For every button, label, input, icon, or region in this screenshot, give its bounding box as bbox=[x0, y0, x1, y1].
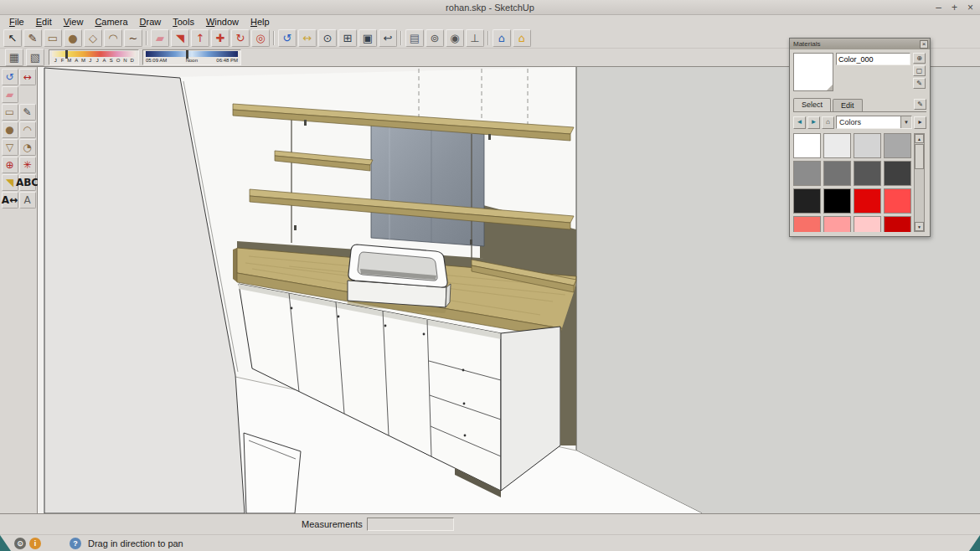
color-swatch-6[interactable] bbox=[854, 161, 881, 186]
dimension-tool[interactable]: A↔ bbox=[2, 192, 18, 209]
menu-tools[interactable]: Tools bbox=[167, 17, 200, 27]
zoom-extents-tool[interactable]: ▣ bbox=[358, 29, 377, 47]
move-tool[interactable]: ✚ bbox=[211, 29, 230, 47]
orbit-tool[interactable]: ↺ bbox=[278, 29, 297, 47]
color-swatch-11[interactable] bbox=[884, 188, 911, 214]
circle-tool[interactable]: ● bbox=[2, 121, 18, 138]
swatch-scrollbar[interactable]: ▲ ▼ bbox=[914, 133, 925, 232]
tape-measure-tool[interactable]: ⊕ bbox=[2, 157, 18, 173]
forward-button[interactable]: ► bbox=[807, 116, 820, 129]
resize-grip-right[interactable] bbox=[969, 535, 980, 551]
axes-tool[interactable]: ✳ bbox=[19, 157, 36, 173]
shadow-toggle-button[interactable]: ▧ bbox=[26, 49, 44, 66]
zoom-tool[interactable]: ⊙ bbox=[318, 29, 337, 47]
section-plane-tool[interactable]: ▤ bbox=[405, 29, 424, 47]
menu-window[interactable]: Window bbox=[200, 17, 245, 27]
collection-dropdown[interactable]: Colors ▼ bbox=[836, 116, 912, 129]
pan-tool[interactable]: ↔ bbox=[19, 69, 36, 85]
polygon-tool[interactable]: ▽ bbox=[2, 139, 18, 156]
menu-draw[interactable]: Draw bbox=[134, 17, 168, 27]
orbit-tool[interactable]: ↺ bbox=[2, 69, 18, 85]
month-slider-track[interactable] bbox=[52, 51, 136, 57]
create-material-button[interactable]: ⊕ bbox=[913, 53, 926, 64]
arc-tool[interactable]: ◠ bbox=[19, 121, 36, 138]
month-slider-thumb[interactable] bbox=[65, 50, 68, 59]
pan-tool[interactable]: ↔ bbox=[298, 29, 317, 47]
circle-tool[interactable]: ● bbox=[64, 29, 82, 47]
color-swatch-8[interactable] bbox=[793, 188, 821, 214]
pushpull-tool[interactable]: ↑ bbox=[191, 29, 209, 47]
close-button[interactable]: × bbox=[967, 3, 973, 13]
maximize-button[interactable]: + bbox=[952, 3, 957, 13]
eraser-tool[interactable]: ▰ bbox=[2, 86, 18, 103]
credits-icon[interactable]: i bbox=[29, 538, 41, 549]
eraser-tool[interactable]: ▰ bbox=[151, 29, 169, 47]
time-slider-thumb[interactable] bbox=[186, 50, 188, 59]
rotate-tool[interactable]: ↻ bbox=[231, 29, 250, 47]
help-icon[interactable]: ? bbox=[70, 538, 81, 549]
color-swatch-12[interactable] bbox=[793, 216, 821, 232]
scroll-up-button[interactable]: ▲ bbox=[915, 134, 924, 143]
menu-file[interactable]: File bbox=[3, 17, 30, 27]
get-models-button[interactable]: ⌂ bbox=[493, 29, 511, 47]
color-swatch-5[interactable] bbox=[823, 161, 851, 186]
line-tool[interactable]: ✎ bbox=[23, 29, 42, 47]
shadow-time-slider[interactable]: 05:09 AM Noon 06:48 PM bbox=[142, 49, 241, 65]
home-button[interactable]: ⌂ bbox=[822, 116, 834, 129]
shadow-month-slider[interactable]: JFMAMJJASOND bbox=[49, 49, 139, 65]
shadow-settings-button[interactable]: ▦ bbox=[5, 49, 23, 66]
polygon-tool[interactable]: ◇ bbox=[84, 29, 102, 47]
scroll-thumb[interactable] bbox=[915, 144, 924, 169]
color-swatch-7[interactable] bbox=[884, 161, 911, 186]
material-name-input[interactable] bbox=[836, 53, 910, 65]
materials-panel[interactable]: Materials × ⊕ ▢ ✎ SelectEdit ✎ ◄ bbox=[789, 38, 931, 237]
rectangle-tool[interactable]: ▭ bbox=[2, 104, 18, 121]
default-material-button[interactable]: ▢ bbox=[913, 65, 926, 76]
scroll-down-button[interactable]: ▼ bbox=[915, 222, 924, 231]
time-slider-track[interactable] bbox=[146, 51, 238, 57]
color-swatch-4[interactable] bbox=[793, 161, 821, 186]
line-tool[interactable]: ✎ bbox=[19, 104, 36, 121]
text-tool[interactable]: ABC bbox=[19, 174, 36, 191]
color-swatch-15[interactable] bbox=[884, 216, 911, 232]
color-swatch-9[interactable] bbox=[823, 188, 851, 214]
share-model-button[interactable]: ⌂ bbox=[513, 29, 531, 47]
offset-tool[interactable]: ◎ bbox=[251, 29, 270, 47]
previous-view-tool[interactable]: ↩ bbox=[379, 29, 397, 47]
freehand-tool[interactable]: ~ bbox=[124, 29, 142, 47]
color-swatch-14[interactable] bbox=[854, 216, 881, 232]
color-swatch-3[interactable] bbox=[884, 133, 911, 158]
color-swatch-0[interactable] bbox=[793, 133, 821, 158]
titlebar[interactable]: rohan.skp - SketchUp –+× bbox=[0, 0, 980, 15]
arc-tool[interactable]: ◠ bbox=[104, 29, 122, 47]
resize-grip-left[interactable] bbox=[0, 535, 11, 551]
materials-panel-titlebar[interactable]: Materials × bbox=[790, 39, 930, 49]
measurements-input[interactable] bbox=[367, 518, 454, 531]
menu-edit[interactable]: Edit bbox=[30, 17, 58, 27]
tab-select[interactable]: Select bbox=[793, 98, 831, 111]
walk-tool[interactable]: ⊥ bbox=[466, 29, 484, 47]
color-swatch-2[interactable] bbox=[854, 133, 881, 158]
details-button[interactable]: ▸ bbox=[914, 116, 926, 129]
protractor-tool[interactable]: ◔ bbox=[19, 139, 36, 156]
select-tool[interactable]: ↖ bbox=[3, 29, 22, 47]
color-swatch-10[interactable] bbox=[854, 188, 881, 214]
look-around-tool[interactable]: ◉ bbox=[446, 29, 464, 47]
zoom-window-tool[interactable]: ⊞ bbox=[338, 29, 357, 47]
3d-text-tool[interactable]: A bbox=[19, 192, 36, 209]
color-swatch-13[interactable] bbox=[823, 216, 851, 232]
minimize-button[interactable]: – bbox=[936, 3, 941, 13]
color-swatch-1[interactable] bbox=[823, 133, 851, 158]
menu-camera[interactable]: Camera bbox=[89, 17, 133, 27]
sample-paint-button[interactable]: ✎ bbox=[913, 78, 926, 89]
rectangle-tool[interactable]: ▭ bbox=[44, 29, 62, 47]
menu-help[interactable]: Help bbox=[245, 17, 276, 27]
paintbucket-tool[interactable]: ◥ bbox=[171, 29, 189, 47]
tab-edit[interactable]: Edit bbox=[833, 99, 863, 111]
menu-view[interactable]: View bbox=[58, 17, 90, 27]
materials-panel-close-button[interactable]: × bbox=[920, 40, 928, 49]
back-button[interactable]: ◄ bbox=[793, 116, 806, 129]
eyedropper-button[interactable]: ✎ bbox=[914, 99, 926, 110]
position-camera-tool[interactable]: ⊚ bbox=[426, 29, 444, 47]
geolocation-icon[interactable]: ⊙ bbox=[14, 538, 26, 549]
